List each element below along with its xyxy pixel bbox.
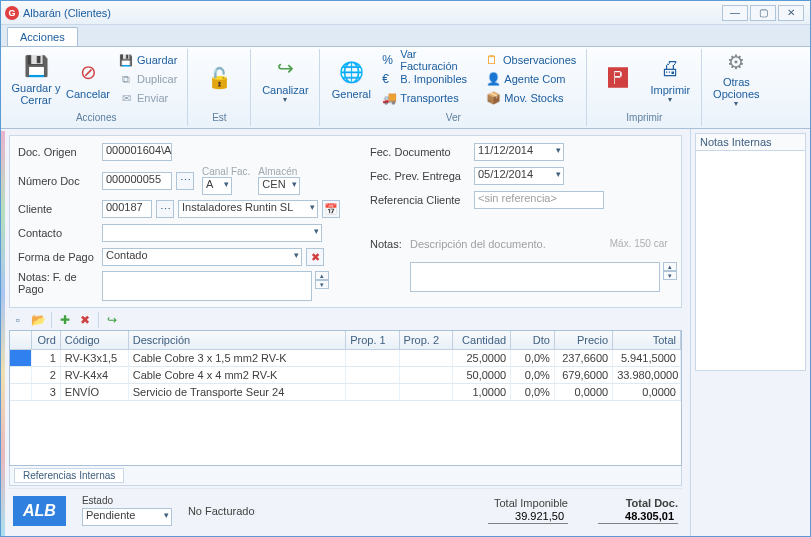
grid-insert-button[interactable]: ↪ bbox=[103, 312, 121, 328]
left-color-strip bbox=[1, 131, 5, 536]
notas-pago-label: Notas: F. de Pago bbox=[18, 271, 98, 295]
grid-add-button[interactable]: ✚ bbox=[56, 312, 74, 328]
canalizar-button[interactable]: ↪Canalizar▾ bbox=[257, 49, 313, 109]
bases-imponibles-button[interactable]: €B. Imponibles bbox=[378, 70, 480, 88]
close-button[interactable]: ✕ bbox=[778, 5, 804, 21]
box-icon: 📦 bbox=[486, 91, 500, 105]
tab-acciones[interactable]: Acciones bbox=[7, 27, 78, 46]
unlock-button[interactable]: 🔓 bbox=[194, 49, 244, 109]
grid-new-button[interactable]: ▫ bbox=[9, 312, 27, 328]
col-ord[interactable]: Ord bbox=[32, 331, 61, 349]
total-imponible-label: Total Imponible bbox=[488, 497, 568, 509]
group-acciones-label: Acciones bbox=[11, 112, 181, 126]
gear-icon: ⚙ bbox=[722, 49, 750, 74]
cancel-button[interactable]: ⊘Cancelar bbox=[63, 49, 113, 109]
notas-up[interactable]: ▴ bbox=[663, 262, 677, 271]
canal-fac-label: Canal Fac. bbox=[202, 166, 250, 177]
grid-open-button[interactable]: 📂 bbox=[29, 312, 47, 328]
agente-button[interactable]: 👤Agente Com bbox=[482, 70, 580, 88]
num-doc-field[interactable]: 000000055 bbox=[102, 172, 172, 190]
unlock-icon: 🔓 bbox=[205, 64, 233, 92]
fec-doc-field[interactable]: 11/12/2014 bbox=[474, 143, 564, 161]
copy-icon: ⧉ bbox=[119, 72, 133, 86]
col-descripcion[interactable]: Descripción bbox=[129, 331, 346, 349]
col-cantidad[interactable]: Cantidad bbox=[453, 331, 511, 349]
fec-doc-label: Fec. Documento bbox=[370, 146, 470, 158]
cliente-nombre-select[interactable]: Instaladores Runtin SL bbox=[178, 200, 318, 218]
col-precio[interactable]: Precio bbox=[555, 331, 613, 349]
pdf-button[interactable]: 🅿 bbox=[593, 49, 643, 109]
fec-prev-field[interactable]: 05/12/2014 bbox=[474, 167, 564, 185]
cliente-calendar[interactable]: 📅 bbox=[322, 200, 340, 218]
group-est-label: Est bbox=[194, 112, 244, 126]
table-row[interactable]: 3ENVÍOServicio de Transporte Seur 241,00… bbox=[10, 384, 681, 401]
forma-pago-label: Forma de Pago bbox=[18, 251, 98, 263]
lines-grid[interactable]: Ord Código Descripción Prop. 1 Prop. 2 C… bbox=[9, 330, 682, 466]
estado-label: Estado bbox=[82, 495, 172, 506]
truck-icon: 🚚 bbox=[382, 91, 396, 105]
estado-select[interactable]: Pendiente bbox=[82, 508, 172, 526]
col-prop1[interactable]: Prop. 1 bbox=[346, 331, 399, 349]
forma-pago-select[interactable]: Contado bbox=[102, 248, 302, 266]
col-total[interactable]: Total bbox=[613, 331, 681, 349]
transportes-button[interactable]: 🚚Transportes bbox=[378, 89, 480, 107]
almacen-label: Almacén bbox=[258, 166, 300, 177]
notas-label: Notas: bbox=[370, 238, 406, 250]
observaciones-button[interactable]: 🗒Observaciones bbox=[482, 51, 580, 69]
table-row[interactable]: 1RV-K3x1,5Cable Cobre 3 x 1,5 mm2 RV-K25… bbox=[10, 350, 681, 367]
printer-icon: 🖨 bbox=[656, 54, 684, 82]
euro-icon: € bbox=[382, 72, 396, 86]
cliente-label: Cliente bbox=[18, 203, 98, 215]
mail-icon: ✉ bbox=[119, 91, 133, 105]
var-facturacion-button[interactable]: %Var Facturación bbox=[378, 51, 480, 69]
num-doc-label: Número Doc bbox=[18, 175, 98, 187]
other-options-button[interactable]: ⚙Otras Opciones▾ bbox=[708, 49, 764, 109]
notas-pago-field[interactable] bbox=[102, 271, 312, 301]
notas-placeholder: Descripción del documento. bbox=[410, 238, 546, 250]
tab-referencias-internas[interactable]: Referencias Internas bbox=[14, 468, 124, 483]
duplicate-button[interactable]: ⧉Duplicar bbox=[115, 70, 181, 88]
total-doc-label: Total Doc. bbox=[598, 497, 678, 509]
almacen-select[interactable]: CEN bbox=[258, 177, 300, 195]
doc-type-badge: ALB bbox=[13, 496, 66, 526]
note-icon: 🗒 bbox=[486, 53, 499, 67]
ref-cliente-label: Referencia Cliente bbox=[370, 194, 470, 206]
forward-icon: ↪ bbox=[271, 54, 299, 82]
canal-fac-select[interactable]: A bbox=[202, 177, 232, 195]
forma-pago-clear[interactable]: ✖ bbox=[306, 248, 324, 266]
window-title: Albarán (Clientes) bbox=[23, 7, 722, 19]
globe-icon: 🌐 bbox=[337, 58, 365, 86]
general-button[interactable]: 🌐General bbox=[326, 49, 376, 109]
notas-internas-box[interactable] bbox=[695, 151, 806, 371]
cliente-cod-field[interactable]: 000187 bbox=[102, 200, 152, 218]
notas-field[interactable] bbox=[410, 262, 660, 292]
notas-maxchar: Máx. 150 car bbox=[610, 238, 668, 249]
grid-remove-button[interactable]: ✖ bbox=[76, 312, 94, 328]
save-close-button[interactable]: 💾Guardar y Cerrar bbox=[11, 49, 61, 109]
group-imprimir-label: Imprimir bbox=[593, 112, 695, 126]
num-doc-lookup[interactable]: ⋯ bbox=[176, 172, 194, 190]
maximize-button[interactable]: ▢ bbox=[750, 5, 776, 21]
save-button[interactable]: 💾Guardar bbox=[115, 51, 181, 69]
disk-icon: 💾 bbox=[119, 53, 133, 67]
table-row[interactable]: 2RV-K4x4Cable Cobre 4 x 4 mm2 RV-K50,000… bbox=[10, 367, 681, 384]
send-button[interactable]: ✉Enviar bbox=[115, 89, 181, 107]
notas-down[interactable]: ▾ bbox=[663, 271, 677, 280]
contacto-select[interactable] bbox=[102, 224, 322, 242]
cliente-lookup[interactable]: ⋯ bbox=[156, 200, 174, 218]
notas-internas-header: Notas Internas bbox=[695, 133, 806, 151]
minimize-button[interactable]: — bbox=[722, 5, 748, 21]
notas-pago-up[interactable]: ▴ bbox=[315, 271, 329, 280]
ref-cliente-field[interactable]: <sin referencia> bbox=[474, 191, 604, 209]
doc-origen-field[interactable]: 000001604\A bbox=[102, 143, 172, 161]
col-prop2[interactable]: Prop. 2 bbox=[400, 331, 453, 349]
pdf-icon: 🅿 bbox=[604, 64, 632, 92]
contacto-label: Contacto bbox=[18, 227, 98, 239]
mov-stocks-button[interactable]: 📦Mov. Stocks bbox=[482, 89, 580, 107]
col-codigo[interactable]: Código bbox=[61, 331, 129, 349]
print-button[interactable]: 🖨Imprimir▾ bbox=[645, 49, 695, 109]
notas-pago-down[interactable]: ▾ bbox=[315, 280, 329, 289]
app-icon: G bbox=[5, 6, 19, 20]
cancel-icon: ⊘ bbox=[74, 58, 102, 86]
col-dto[interactable]: Dto bbox=[511, 331, 555, 349]
